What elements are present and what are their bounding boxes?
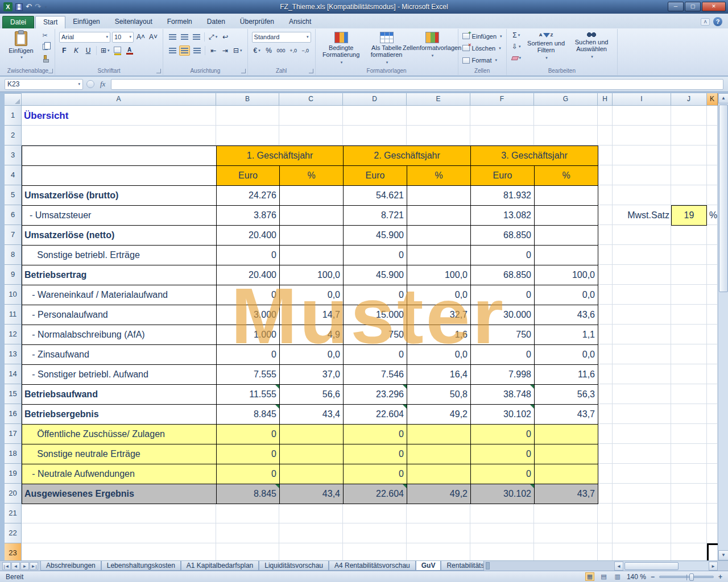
help-button[interactable]: ? [713,17,722,26]
cell-C6[interactable] [280,206,344,226]
vertical-scrollbar[interactable]: ▲ ▼ [718,93,728,560]
row-label-9[interactable]: Betriebsertrag [22,265,217,285]
cell-C19[interactable] [280,464,344,484]
row-header-22[interactable]: 22 [5,523,22,543]
unit-header-euro-1[interactable]: Euro [217,166,280,186]
cell-G9[interactable]: 100,0 [535,265,598,285]
cell-F16[interactable]: 30.102 [471,405,535,425]
cell-B20[interactable]: 8.845 [217,484,280,504]
row-header-21[interactable]: 21 [5,504,22,523]
font-family-select[interactable]: Arial▾ [59,32,110,43]
decrease-indent-button[interactable]: ⇤ [208,45,218,56]
cell-B8[interactable]: 0 [217,246,280,265]
zoom-in-button[interactable]: + [718,573,722,581]
mwst-value-cell[interactable]: 19 [671,205,707,226]
align-top-button[interactable] [167,32,177,42]
row-label-14[interactable]: - Sonstiger betriebl. Aufwand [22,365,217,385]
cell-E5[interactable] [407,186,471,206]
insert-cells-button[interactable]: Einfügen▾ [462,31,502,41]
cell-D20[interactable]: 22.604 [344,484,407,504]
cell-B19[interactable]: 0 [217,464,280,484]
cell-F14[interactable]: 7.998 [471,365,535,385]
maximize-button[interactable]: ▢ [685,2,701,11]
clipboard-dialog-launcher[interactable] [48,69,53,73]
vertical-scroll-thumb[interactable] [719,105,728,292]
wrap-text-button[interactable]: ↩ [220,32,230,42]
column-header-A[interactable]: A [22,93,216,106]
cell-E16[interactable]: 49,2 [407,405,471,425]
horizontal-scroll-track[interactable] [623,562,709,571]
row-label-8[interactable]: Sonstige betriebl. Erträge [22,246,217,265]
column-header-G[interactable]: G [534,93,598,106]
fill-button[interactable]: ⇩▾ [511,41,523,52]
unit-header-pct-2[interactable]: % [407,166,471,186]
page-layout-view-button[interactable]: ▤ [599,572,608,581]
sheet-tab-lebenshaltungskosten[interactable]: Lebenshaltungskosten [101,561,181,571]
cell-G13[interactable]: 0,0 [535,345,598,365]
minimize-ribbon-button[interactable]: ˄ [701,18,710,26]
cell-D6[interactable]: 8.721 [344,206,407,226]
font-color-button[interactable]: A [125,45,135,56]
align-right-button[interactable] [192,45,202,56]
cell-G14[interactable]: 11,6 [535,365,598,385]
zoom-slider-thumb[interactable] [689,573,694,581]
accounting-format-button[interactable]: €▾ [252,45,262,56]
sheet-tab-liquiditätsvorschau[interactable]: Liquiditätsvorschau [259,561,329,571]
zoom-level[interactable]: 140 % [627,573,646,581]
row-header-11[interactable]: 11 [5,305,22,325]
number-dialog-launcher[interactable] [309,69,313,73]
underline-button[interactable]: U [83,45,93,56]
cell-G12[interactable]: 1,1 [535,325,598,345]
ribbon-tab-einfügen[interactable]: Einfügen [65,16,107,28]
row-label-11[interactable]: - Personalaufwand [22,305,217,325]
row-label-20[interactable]: Ausgewiesenes Ergebnis [22,484,217,504]
comma-style-button[interactable]: 000 [276,45,287,56]
cell-E15[interactable]: 50,8 [407,385,471,405]
cell-A4[interactable] [22,166,217,186]
row-label-16[interactable]: Betriebsergebnis [22,405,217,425]
cell-F5[interactable]: 81.932 [471,186,535,206]
cell-D5[interactable]: 54.621 [344,186,407,206]
number-format-select[interactable]: Standard▾ [252,32,311,43]
minimize-button[interactable]: ─ [668,2,684,11]
cell-E19[interactable] [407,464,471,484]
sheet-tab-abschreibungen[interactable]: Abschreibungen [40,561,101,571]
cell-D7[interactable]: 45.900 [344,226,407,246]
select-all-corner[interactable] [5,93,22,106]
cell-G16[interactable]: 43,7 [535,405,598,425]
conditional-formatting-button[interactable]: Bedingte Formatierung ▾ [320,30,363,66]
format-as-table-button[interactable]: Als Tabelle formatieren ▾ [365,30,408,66]
row-header-5[interactable]: 5 [5,185,22,205]
row-label-5[interactable]: Umsatzerlöse (brutto) [22,186,217,206]
font-dialog-launcher[interactable] [156,69,161,73]
save-button[interactable] [15,2,23,12]
row-header-18[interactable]: 18 [5,444,22,464]
row-label-15[interactable]: Betriebsaufwand [22,385,217,405]
zoom-slider[interactable] [659,576,714,578]
ribbon-tab-seitenlayout[interactable]: Seitenlayout [107,16,160,28]
font-size-select[interactable]: 10▾ [112,32,134,43]
sheet-grid[interactable]: Übersicht1. Geschäftsjahr2. Geschäftsjah… [22,106,718,560]
row-label-18[interactable]: Sonstige neutrale Erträge [22,444,217,464]
column-header-B[interactable]: B [216,93,279,106]
column-header-J[interactable]: J [671,93,707,106]
next-sheet-button[interactable]: ► [20,562,29,570]
cell-C20[interactable]: 43,4 [280,484,344,504]
cell-B18[interactable]: 0 [217,444,280,464]
cell-F8[interactable]: 0 [471,246,535,265]
cell-F15[interactable]: 38.748 [471,385,535,405]
ribbon-tab-start[interactable]: Start [35,16,65,28]
fill-color-button[interactable] [113,45,123,56]
bold-button[interactable]: F [59,45,69,56]
decrease-decimal-button[interactable]: −,0 [300,45,311,56]
row-header-1[interactable]: 1 [5,106,22,126]
cell-C16[interactable]: 43,4 [280,405,344,425]
row-header-14[interactable]: 14 [5,364,22,384]
cell-styles-button[interactable]: Zellenformatvorlagen ▾ [411,30,454,66]
percent-style-button[interactable]: % [264,45,274,56]
cell-B16[interactable]: 8.845 [217,405,280,425]
scroll-up-arrow[interactable]: ▲ [718,93,728,103]
formula-input[interactable] [111,79,723,90]
cell-G17[interactable] [535,425,598,444]
row-header-12[interactable]: 12 [5,325,22,344]
